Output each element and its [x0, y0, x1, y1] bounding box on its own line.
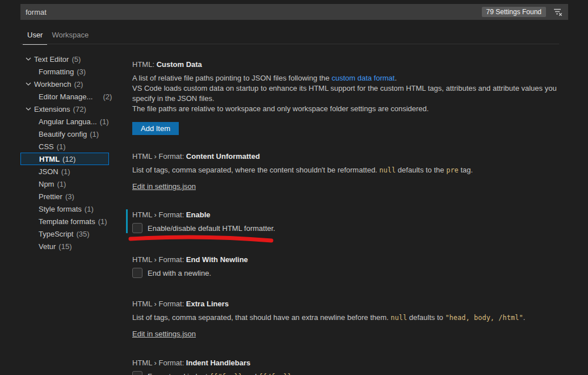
- setting-title: HTML › Format: Content Unformatted: [132, 152, 583, 161]
- edit-in-settings-link[interactable]: Edit in settings.json: [132, 182, 196, 191]
- setting-title: HTML › Format: Extra Liners: [132, 300, 583, 308]
- tree-item-beautify-config[interactable]: Beautify config (1): [20, 128, 109, 140]
- tree-item-json[interactable]: JSON (1): [20, 165, 109, 178]
- setting-checkbox-row: Format and indent {{#foo}} and {{/foo}}.: [132, 371, 583, 375]
- tree-item-prettier[interactable]: Prettier (3): [20, 190, 109, 203]
- code-token: "head, body, /html": [445, 314, 523, 322]
- tree-item-html[interactable]: HTML (12): [20, 153, 109, 165]
- tree-item-text-editor[interactable]: Text Editor (5): [20, 53, 109, 65]
- header-divider: [20, 44, 559, 44]
- checkbox-indent-handlebars[interactable]: [132, 371, 142, 375]
- setting-title: HTML: Custom Data: [132, 60, 583, 69]
- tab-workspace[interactable]: Workspace: [47, 31, 93, 45]
- search-input[interactable]: [26, 8, 482, 16]
- tree-item-style-formats[interactable]: Style formats (1): [20, 203, 109, 215]
- checkbox-end-with-newline[interactable]: [132, 268, 142, 278]
- custom-data-format-link[interactable]: custom data format: [331, 74, 394, 82]
- results-count-badge: 79 Settings Found: [482, 7, 546, 17]
- setting-description: List of tags, comma separated, where the…: [132, 165, 583, 175]
- tree-item-extensions[interactable]: Extensions (72): [20, 103, 109, 115]
- tree-item-angular-language[interactable]: Angular Langua... (1): [20, 115, 109, 128]
- chevron-down-icon: [24, 104, 33, 113]
- setting-description: A list of relative file paths pointing t…: [132, 73, 583, 114]
- setting-html-custom-data: HTML: Custom Data A list of relative fil…: [132, 60, 583, 135]
- description-line: List of tags, comma separated, where the…: [132, 165, 583, 175]
- description-line: The file paths are relative to workspace…: [132, 104, 583, 114]
- code-token: null: [379, 166, 396, 174]
- code-token: pre: [446, 166, 459, 174]
- chevron-down-icon: [24, 79, 33, 89]
- checkbox-format-enable[interactable]: [132, 223, 142, 233]
- tab-user[interactable]: User: [23, 31, 47, 45]
- tree-item-typescript[interactable]: TypeScript (35): [20, 227, 109, 240]
- setting-checkbox-row: End with a newline.: [132, 268, 583, 278]
- description-line: List of tags, comma separated, that shou…: [132, 313, 583, 323]
- tree-item-formatting[interactable]: Formatting (3): [20, 65, 109, 78]
- setting-format-indent-handlebars: HTML › Format: Indent Handlebars Format …: [132, 359, 583, 375]
- description-line: A list of relative file paths pointing t…: [132, 73, 583, 83]
- tree-item-template-formats[interactable]: Template formats (1): [20, 215, 109, 227]
- scope-tabs: User Workspace: [23, 31, 93, 45]
- setting-format-extra-liners: HTML › Format: Extra Liners List of tags…: [132, 300, 583, 338]
- setting-title: HTML › Format: Enable: [132, 210, 577, 219]
- setting-format-enable: HTML › Format: Enable Enable/disable def…: [126, 209, 577, 233]
- code-token: {{#foo}}: [209, 373, 242, 375]
- tree-item-workbench[interactable]: Workbench (2): [20, 78, 109, 90]
- description-line: VS Code loads custom data on startup to …: [132, 83, 583, 94]
- setting-title: HTML › Format: Indent Handlebars: [132, 359, 583, 367]
- tree-item-editor-management[interactable]: Editor Manage... (2): [20, 90, 109, 103]
- setting-title: HTML › Format: End With Newline: [132, 255, 583, 264]
- setting-checkbox-row: Enable/disable default HTML formatter.: [132, 223, 577, 233]
- chevron-down-icon: [24, 54, 33, 64]
- add-item-button[interactable]: Add Item: [132, 122, 179, 135]
- settings-tree: Text Editor (5) Formatting (3) Workbench…: [20, 53, 109, 252]
- setting-format-content-unformatted: HTML › Format: Content Unformatted List …: [132, 152, 583, 191]
- setting-format-end-with-newline: HTML › Format: End With Newline End with…: [132, 255, 583, 278]
- description-line: specify in the JSON files.: [132, 94, 583, 104]
- tree-item-css[interactable]: CSS (1): [20, 140, 109, 153]
- edit-in-settings-link[interactable]: Edit in settings.json: [132, 330, 196, 338]
- code-token: {{/foo}}: [259, 373, 292, 375]
- code-token: null: [390, 314, 407, 322]
- settings-search-bar[interactable]: 79 Settings Found: [20, 4, 568, 20]
- tree-item-npm[interactable]: Npm (1): [20, 178, 109, 190]
- filter-icon[interactable]: [551, 6, 565, 18]
- red-underline-annotation: [128, 234, 276, 246]
- setting-description: List of tags, comma separated, that shou…: [132, 313, 583, 323]
- tree-item-vetur[interactable]: Vetur (15): [20, 240, 109, 252]
